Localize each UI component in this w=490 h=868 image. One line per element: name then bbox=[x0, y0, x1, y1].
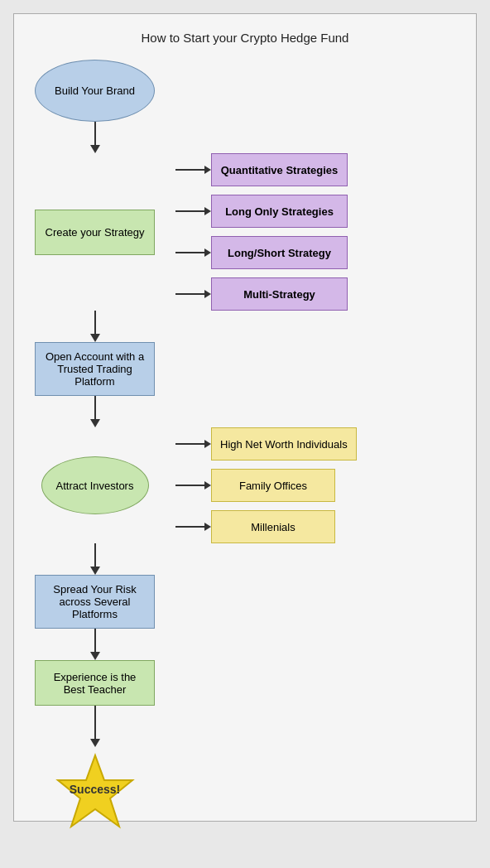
spread-risk-col: Spread Your Risk across Several Platform… bbox=[22, 575, 167, 629]
strategy-branch-4: Multi-Strategy bbox=[175, 277, 348, 311]
success-label: Success! bbox=[70, 783, 120, 796]
create-strategy-node: Create your Strategy bbox=[35, 210, 155, 255]
strategy-box-3: Long/Short Strategy bbox=[211, 236, 348, 269]
arrow-5 bbox=[90, 629, 100, 660]
experience-node: Experience is the Best Teacher bbox=[35, 660, 155, 706]
investor-box-1: High Net Worth Individuals bbox=[211, 427, 357, 461]
arrow-1 bbox=[90, 122, 100, 153]
investor-box-2: Family Offices bbox=[211, 469, 335, 502]
create-strategy-col: Create your Strategy bbox=[22, 210, 167, 255]
attract-investors-col: Attract Investors bbox=[22, 456, 167, 514]
build-brand-col: Build Your Brand bbox=[22, 60, 167, 122]
open-account-col: Open Account with a Trusted Trading Plat… bbox=[22, 342, 167, 396]
spread-risk-node: Spread Your Risk across Several Platform… bbox=[35, 575, 155, 629]
success-star-container: Success! bbox=[54, 751, 137, 796]
strategy-branch-3: Long/Short Strategy bbox=[175, 236, 348, 269]
strategy-box-2: Long Only Strategies bbox=[211, 195, 348, 228]
investor-box-3: Millenials bbox=[211, 510, 335, 543]
strategy-box-1: Quantitative Strategies bbox=[211, 153, 348, 186]
investor-branch-1: High Net Worth Individuals bbox=[175, 427, 357, 461]
diagram-container: How to Start your Crypto Hedge Fund Buil… bbox=[13, 13, 477, 822]
success-col: Success! bbox=[22, 747, 167, 796]
arrow-4 bbox=[90, 543, 100, 575]
build-brand-node: Build Your Brand bbox=[35, 60, 155, 122]
arrow-6 bbox=[90, 706, 100, 747]
strategy-branch-2: Long Only Strategies bbox=[175, 195, 348, 228]
experience-col: Experience is the Best Teacher bbox=[22, 660, 167, 706]
diagram-title: How to Start your Crypto Hedge Fund bbox=[142, 31, 349, 45]
strategy-box-4: Multi-Strategy bbox=[211, 277, 348, 311]
arrow-2 bbox=[90, 311, 100, 342]
arrow-3 bbox=[90, 396, 100, 427]
strategy-branch-1: Quantitative Strategies bbox=[175, 153, 348, 186]
investor-branch-3: Millenials bbox=[175, 510, 357, 543]
open-account-node: Open Account with a Trusted Trading Plat… bbox=[35, 342, 155, 396]
flow-column: Build Your Brand Create your Strategy bbox=[22, 60, 468, 796]
investor-branch-2: Family Offices bbox=[175, 469, 357, 502]
attract-investors-node: Attract Investors bbox=[41, 456, 149, 514]
